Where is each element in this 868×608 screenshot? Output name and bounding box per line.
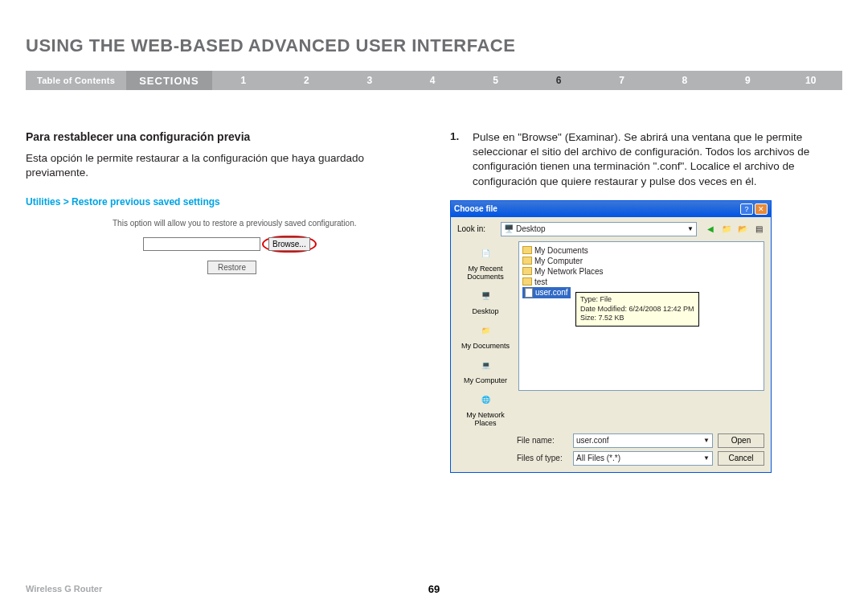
restore-button[interactable]: Restore xyxy=(207,261,256,274)
filename-input[interactable]: user.conf▼ xyxy=(573,433,713,448)
browse-highlight-circle: Browse... xyxy=(262,236,317,253)
nav-toc[interactable]: Table of Contents xyxy=(26,76,126,85)
file-icon xyxy=(525,288,533,298)
sidebar-network[interactable]: 🌐My Network Places xyxy=(457,388,514,429)
help-icon[interactable]: ? xyxy=(740,203,753,215)
sidebar-desktop[interactable]: 🖥️Desktop xyxy=(457,284,514,317)
nav-section-9[interactable]: 9 xyxy=(716,75,779,86)
sidebar-recent[interactable]: 📄My Recent Documents xyxy=(457,241,514,282)
chevron-down-icon: ▼ xyxy=(687,225,694,232)
file-chooser-dialog: Choose file ? ✕ Look in: 🖥️ Desktop ▼ xyxy=(450,200,772,473)
browse-button[interactable]: Browse... xyxy=(268,237,310,251)
list-item: test xyxy=(522,277,760,287)
settings-breadcrumb: Utilities > Restore previous saved setti… xyxy=(26,196,418,207)
nav-section-8[interactable]: 8 xyxy=(653,75,716,86)
open-button[interactable]: Open xyxy=(718,433,764,448)
sidebar-mycomputer[interactable]: 💻My Computer xyxy=(457,353,514,386)
nav-section-6[interactable]: 6 xyxy=(527,75,590,86)
nav-sections-label: SECTIONS xyxy=(126,71,211,90)
nav-section-7[interactable]: 7 xyxy=(590,75,653,86)
lookin-combo[interactable]: 🖥️ Desktop ▼ xyxy=(501,222,697,236)
list-item-selected: user.conf xyxy=(522,287,571,298)
list-item: My Network Places xyxy=(522,266,760,277)
lookin-label: Look in: xyxy=(457,224,496,233)
filetype-label: Files of type: xyxy=(517,454,568,462)
folder-icon xyxy=(522,277,532,286)
option-caption: This option will allow you to restore a … xyxy=(113,219,418,228)
nav-section-4[interactable]: 4 xyxy=(401,75,464,86)
page-heading: USING THE WEB-BASED ADVANCED USER INTERF… xyxy=(26,35,842,56)
filename-label: File name: xyxy=(517,436,568,445)
nav-section-1[interactable]: 1 xyxy=(212,75,275,86)
file-list[interactable]: My Documents My Computer My Network Plac… xyxy=(518,241,764,391)
lookin-value: Desktop xyxy=(516,224,546,233)
desktop-icon: 🖥️ xyxy=(504,224,514,233)
subheading: Para restablecer una configuración previ… xyxy=(26,130,418,143)
list-item: My Computer xyxy=(522,256,760,266)
page-number: 69 xyxy=(428,583,440,595)
up-folder-icon[interactable]: 📁 xyxy=(721,224,732,235)
nav-section-2[interactable]: 2 xyxy=(275,75,338,86)
folder-icon xyxy=(522,246,532,254)
new-folder-icon[interactable]: 📂 xyxy=(737,224,748,235)
section-navbar: Table of Contents SECTIONS 1 2 3 4 5 6 7… xyxy=(26,71,842,90)
folder-icon xyxy=(522,267,532,275)
nav-section-3[interactable]: 3 xyxy=(338,75,401,86)
folder-icon xyxy=(522,257,532,265)
nav-section-5[interactable]: 5 xyxy=(464,75,526,86)
step-text: Pulse en "Browse" (Examinar). Se abrirá … xyxy=(473,130,842,189)
close-icon[interactable]: ✕ xyxy=(755,203,768,215)
view-menu-icon[interactable]: ▤ xyxy=(753,224,764,235)
list-item: My Documents xyxy=(522,245,760,256)
filetype-combo[interactable]: All Files (*.*)▼ xyxy=(573,451,713,466)
nav-section-10[interactable]: 10 xyxy=(780,75,842,86)
sidebar-mydocs[interactable]: 📁My Documents xyxy=(457,318,514,351)
step-number: 1. xyxy=(450,130,473,189)
intro-paragraph: Esta opción le permite restaurar a la co… xyxy=(26,151,418,180)
file-tooltip: Type: File Date Modified: 6/24/2008 12:4… xyxy=(575,292,699,327)
cancel-button[interactable]: Cancel xyxy=(718,451,764,466)
file-path-input[interactable] xyxy=(143,237,260,251)
back-icon[interactable]: ◀ xyxy=(705,224,716,235)
footer-product: Wireless G Router xyxy=(26,584,102,594)
dialog-title: Choose file xyxy=(454,204,497,213)
